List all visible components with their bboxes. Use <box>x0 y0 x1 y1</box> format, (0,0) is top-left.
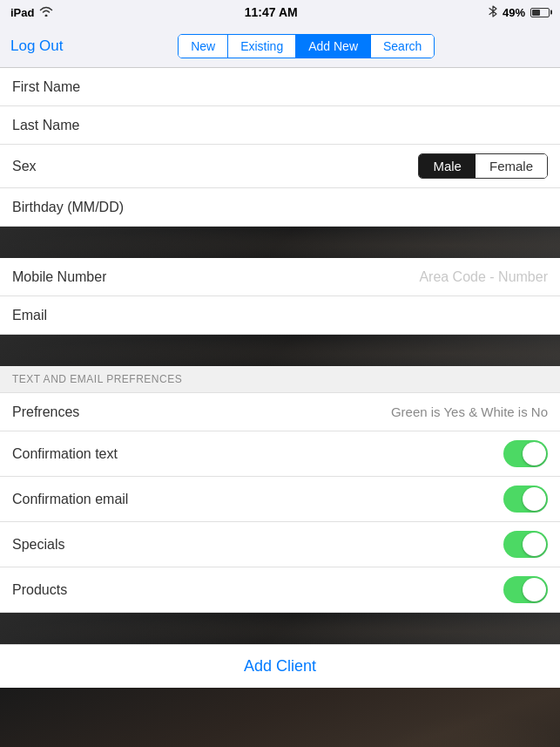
pref-hint-value: Green is Yes & White is No <box>391 404 548 419</box>
nav-bar: Log Out New Existing Add New Search <box>0 24 560 68</box>
tab-existing[interactable]: Existing <box>228 35 296 58</box>
tab-new[interactable]: New <box>179 35 228 58</box>
confirmation-text-label: Confirmation text <box>12 446 118 462</box>
email-input[interactable] <box>47 308 548 323</box>
battery-percentage: 49% <box>503 6 525 19</box>
confirmation-text-toggle[interactable] <box>503 440 548 467</box>
wifi-icon <box>39 6 53 19</box>
confirmation-text-row: Confirmation text <box>0 431 560 477</box>
add-client-button[interactable]: Add Client <box>244 657 316 676</box>
birthday-row: Birthday (MM/DD) <box>0 188 560 227</box>
last-name-input[interactable] <box>79 118 548 133</box>
status-right: 49% <box>489 5 550 20</box>
form-section-2: Mobile Number Email <box>0 258 560 335</box>
confirmation-email-label: Confirmation email <box>12 492 128 507</box>
first-name-label: First Name <box>12 79 80 95</box>
dark-divider-2 <box>0 335 560 366</box>
products-toggle[interactable] <box>503 576 548 603</box>
dark-divider-3 <box>0 613 560 644</box>
specials-toggle[interactable] <box>503 531 548 558</box>
email-label: Email <box>12 308 47 323</box>
confirmation-email-row: Confirmation email <box>0 477 560 522</box>
sex-male-button[interactable]: Male <box>419 154 476 178</box>
products-row: Products <box>0 567 560 613</box>
status-left: iPad <box>10 6 53 19</box>
birthday-input[interactable] <box>124 200 548 215</box>
email-row: Email <box>0 296 560 335</box>
preferences-header: TEXT AND EMAIL PREFRENCES <box>0 366 560 393</box>
last-name-label: Last Name <box>12 118 79 133</box>
first-name-input[interactable] <box>80 79 548 95</box>
confirmation-email-toggle[interactable] <box>503 486 548 513</box>
last-name-row: Last Name <box>0 106 560 145</box>
logout-button[interactable]: Log Out <box>10 37 64 55</box>
tab-add-new[interactable]: Add New <box>296 35 371 58</box>
form-section: First Name Last Name Sex Male Female Bir… <box>0 68 560 227</box>
sex-female-button[interactable]: Female <box>476 154 547 178</box>
first-name-row: First Name <box>0 68 560 106</box>
add-client-row: Add Client <box>0 644 560 688</box>
mobile-label: Mobile Number <box>12 269 106 285</box>
device-label: iPad <box>10 6 34 19</box>
pref-hint-row: Prefrences Green is Yes & White is No <box>0 393 560 431</box>
preferences-header-label: TEXT AND EMAIL PREFRENCES <box>12 373 182 385</box>
tab-search[interactable]: Search <box>371 35 434 58</box>
specials-row: Specials <box>0 522 560 567</box>
sex-toggle: Male Female <box>418 153 548 179</box>
status-bar: iPad 11:47 AM 49% <box>0 0 560 24</box>
specials-label: Specials <box>12 537 64 553</box>
mobile-input[interactable] <box>106 269 548 285</box>
bottom-photo-area <box>0 688 560 747</box>
products-label: Products <box>12 582 67 598</box>
dark-divider-1 <box>0 227 560 258</box>
preferences-section: TEXT AND EMAIL PREFRENCES Prefrences Gre… <box>0 366 560 613</box>
mobile-row: Mobile Number <box>0 258 560 296</box>
bluetooth-icon <box>489 5 497 20</box>
sex-label: Sex <box>12 159 37 174</box>
sex-row: Sex Male Female <box>0 145 560 188</box>
birthday-label: Birthday (MM/DD) <box>12 200 124 215</box>
status-time: 11:47 AM <box>245 5 298 19</box>
battery-icon <box>530 8 550 17</box>
nav-tabs: New Existing Add New Search <box>178 34 435 58</box>
pref-hint-label: Prefrences <box>12 404 79 420</box>
